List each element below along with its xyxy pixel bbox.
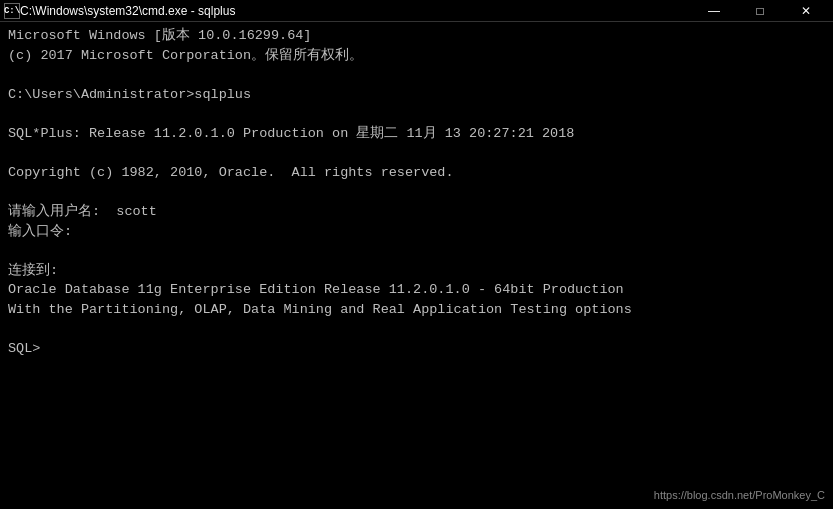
- title-bar-controls: — □ ✕: [691, 0, 829, 22]
- terminal-line: [8, 319, 825, 339]
- terminal-line: [8, 104, 825, 124]
- title-bar: C:\ C:\Windows\system32\cmd.exe - sqlplu…: [0, 0, 833, 22]
- terminal-line: [8, 65, 825, 85]
- terminal-line: Microsoft Windows [版本 10.0.16299.64]: [8, 26, 825, 46]
- terminal-line: [8, 183, 825, 203]
- terminal-line: [8, 143, 825, 163]
- cmd-icon: C:\: [4, 3, 20, 19]
- minimize-button[interactable]: —: [691, 0, 737, 22]
- terminal-line: C:\Users\Administrator>sqlplus: [8, 85, 825, 105]
- close-button[interactable]: ✕: [783, 0, 829, 22]
- terminal-line: Oracle Database 11g Enterprise Edition R…: [8, 280, 825, 300]
- cmd-window: C:\ C:\Windows\system32\cmd.exe - sqlplu…: [0, 0, 833, 509]
- watermark: https://blog.csdn.net/ProMonkey_C: [654, 489, 825, 501]
- terminal-line: With the Partitioning, OLAP, Data Mining…: [8, 300, 825, 320]
- terminal-line: SQL*Plus: Release 11.2.0.1.0 Production …: [8, 124, 825, 144]
- terminal-line: (c) 2017 Microsoft Corporation。保留所有权利。: [8, 46, 825, 66]
- terminal-line: [8, 241, 825, 261]
- title-bar-text: C:\Windows\system32\cmd.exe - sqlplus: [20, 4, 691, 18]
- terminal-line: 输入口令:: [8, 222, 825, 242]
- terminal-line: 连接到:: [8, 261, 825, 281]
- terminal-body[interactable]: Microsoft Windows [版本 10.0.16299.64](c) …: [0, 22, 833, 509]
- maximize-button[interactable]: □: [737, 0, 783, 22]
- terminal-line: 请输入用户名: scott: [8, 202, 825, 222]
- terminal-line: Copyright (c) 1982, 2010, Oracle. All ri…: [8, 163, 825, 183]
- terminal-line: SQL>: [8, 339, 825, 359]
